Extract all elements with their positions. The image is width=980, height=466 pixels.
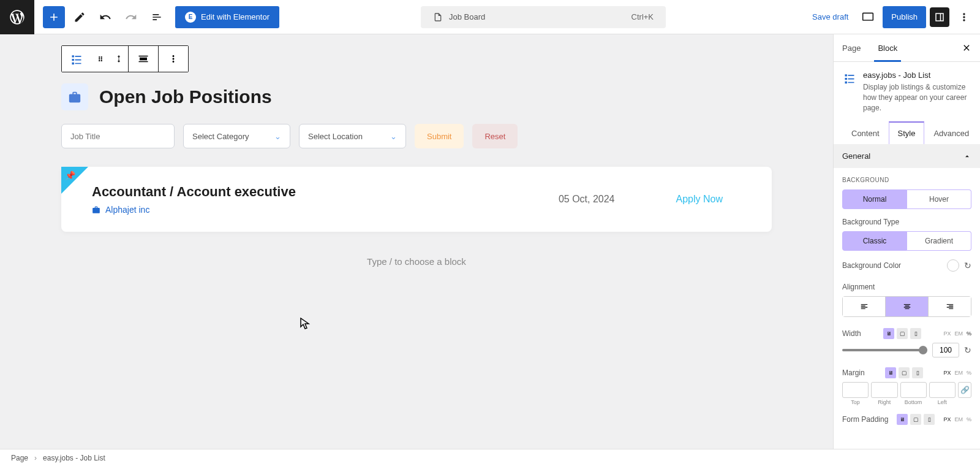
form-padding-row: Form Padding 🖥 ▢ ▯ PX EM % [842, 414, 971, 425]
job-title-input[interactable] [61, 124, 175, 148]
device-desktop[interactable]: 🖥 [883, 328, 894, 339]
tab-block[interactable]: Block [869, 34, 906, 61]
cursor-icon [300, 318, 310, 330]
device-mobile[interactable]: ▯ [924, 414, 935, 425]
company-name: Alphajet inc [105, 205, 149, 215]
device-selector: 🖥 ▢ ▯ [883, 328, 921, 339]
device-tablet[interactable]: ▢ [897, 328, 908, 339]
move-block-button[interactable] [110, 46, 128, 72]
pin-icon: 📌 [65, 170, 75, 180]
unit-pct[interactable]: % [967, 370, 971, 376]
unit-pct[interactable]: % [967, 330, 971, 337]
reset-color-button[interactable]: ↻ [964, 261, 971, 270]
options-button[interactable] [953, 6, 975, 28]
unit-em[interactable]: EM [954, 416, 963, 422]
chevron-down-icon: ⌄ [390, 132, 397, 141]
preview-button[interactable] [857, 6, 879, 28]
submit-button[interactable]: Submit [415, 124, 464, 148]
align-center-button[interactable] [885, 297, 928, 316]
bg-color-swatch[interactable] [947, 259, 959, 272]
device-tablet[interactable]: ▢ [899, 367, 910, 378]
margin-top-input[interactable] [842, 382, 869, 398]
slider-thumb[interactable] [919, 346, 927, 354]
subtab-style[interactable]: Style [889, 121, 925, 144]
job-board-block[interactable]: Open Job Positions Select Category ⌄ Sel… [61, 83, 772, 232]
margin-left-input[interactable] [929, 382, 956, 398]
bg-normal-button[interactable]: Normal [842, 189, 907, 209]
form-padding-units: PX EM % [943, 416, 971, 422]
unit-px[interactable]: PX [943, 330, 951, 337]
reset-button[interactable]: Reset [472, 124, 518, 148]
job-title: Accountant / Account executive [92, 184, 559, 200]
unit-em[interactable]: EM [954, 330, 963, 337]
publish-button[interactable]: Publish [883, 6, 926, 28]
background-section-label: BACKGROUND [842, 177, 971, 183]
job-company[interactable]: Alphajet inc [92, 205, 559, 215]
unit-px[interactable]: PX [943, 370, 951, 376]
margin-left-label: Left [929, 399, 956, 405]
bg-gradient-button[interactable]: Gradient [907, 231, 971, 251]
doc-title-text: Job Board [449, 12, 485, 21]
breadcrumb-separator: › [34, 454, 37, 462]
align-width-button[interactable] [129, 46, 158, 72]
width-label: Width [842, 329, 861, 338]
category-select[interactable]: Select Category ⌄ [183, 124, 290, 148]
add-block-button[interactable] [43, 6, 65, 28]
select-block-button[interactable] [62, 46, 91, 72]
settings-sidebar-toggle[interactable] [930, 7, 949, 27]
panel-general-label: General [842, 151, 870, 161]
block-appender[interactable]: Type / to choose a block [61, 232, 772, 267]
width-slider[interactable] [842, 349, 927, 351]
edit-button[interactable] [69, 6, 91, 28]
editor-canvas: Open Job Positions Select Category ⌄ Sel… [0, 34, 833, 449]
device-desktop[interactable]: 🖥 [885, 367, 896, 378]
margin-row: Margin 🖥 ▢ ▯ PX EM % [842, 367, 971, 378]
elementor-icon: E [185, 12, 196, 23]
undo-button[interactable] [94, 6, 116, 28]
bg-classic-button[interactable]: Classic [842, 231, 907, 251]
align-left-button[interactable] [843, 297, 885, 316]
save-draft-button[interactable]: Save draft [807, 7, 853, 26]
location-select[interactable]: Select Location ⌄ [299, 124, 406, 148]
command-palette-button[interactable]: Job Board Ctrl+K [421, 6, 666, 28]
device-tablet[interactable]: ▢ [910, 414, 921, 425]
bg-hover-button[interactable]: Hover [907, 189, 971, 209]
close-sidebar-button[interactable] [953, 34, 980, 61]
width-units: PX EM % [943, 330, 971, 337]
redo-button[interactable] [120, 6, 142, 28]
align-right-button[interactable] [928, 297, 971, 316]
job-board-header: Open Job Positions [61, 83, 772, 110]
wordpress-logo[interactable] [0, 0, 34, 34]
unit-px[interactable]: PX [943, 416, 951, 422]
chevron-down-icon: ⌄ [274, 132, 281, 141]
device-mobile[interactable]: ▯ [912, 367, 923, 378]
subtab-content[interactable]: Content [842, 121, 889, 144]
unit-pct[interactable]: % [967, 416, 971, 422]
panel-general-head[interactable]: General [834, 144, 980, 168]
job-info: Accountant / Account executive Alphajet … [92, 184, 559, 215]
link-values-button[interactable]: 🔗 [958, 382, 971, 398]
reset-width-button[interactable]: ↻ [964, 345, 971, 355]
main: Open Job Positions Select Category ⌄ Sel… [0, 34, 980, 449]
device-desktop[interactable]: 🖥 [897, 414, 908, 425]
sidebar-icon [934, 12, 945, 23]
margin-right-input[interactable] [871, 382, 897, 398]
drag-handle[interactable] [91, 46, 110, 72]
joblist-block-icon [70, 53, 83, 65]
breadcrumb-root[interactable]: Page [11, 454, 28, 462]
breadcrumb: Page › easy.jobs - Job List [0, 449, 980, 466]
list-view-button[interactable] [146, 6, 168, 28]
margin-bottom-input[interactable] [900, 382, 927, 398]
unit-em[interactable]: EM [954, 370, 963, 376]
apply-button[interactable]: Apply Now [676, 194, 723, 205]
width-value-input[interactable] [932, 343, 959, 357]
subtab-advanced[interactable]: Advanced [924, 121, 978, 144]
bg-type-toggle: Classic Gradient [842, 231, 971, 251]
device-mobile[interactable]: ▯ [910, 328, 921, 339]
tab-page[interactable]: Page [834, 34, 869, 61]
block-options-button[interactable] [159, 46, 188, 72]
margin-inputs: Top Right Bottom Left 🔗 [842, 382, 971, 405]
chevron-up-icon [963, 152, 971, 161]
breadcrumb-current[interactable]: easy.jobs - Job List [43, 454, 105, 462]
edit-elementor-button[interactable]: E Edit with Elementor [175, 6, 279, 28]
